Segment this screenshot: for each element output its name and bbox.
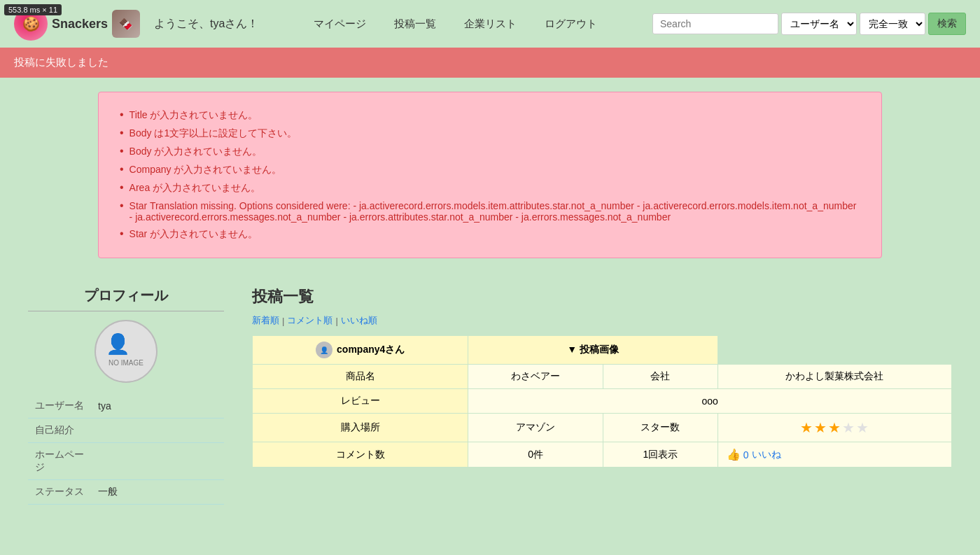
- error-item: Company が入力されていません。: [120, 161, 860, 179]
- star-4: ★: [842, 419, 855, 436]
- company-avatar: 👤: [316, 342, 332, 358]
- header: 🍪 Snackers 🍫 ようこそ、tyaさん！ マイページ 投稿一覧 企業リス…: [0, 0, 980, 48]
- logo-icon-right: 🍫: [112, 10, 140, 38]
- table-header-row: 👤 company4さん ▼ 投稿画像: [253, 336, 952, 365]
- profile-value-homepage: [91, 443, 224, 480]
- error-banner-text: 投稿に失敗しました: [14, 56, 108, 68]
- row-label-product: 商品名: [253, 365, 468, 389]
- posts-panel: 投稿一覧 新着順 | コメント順 | いいね順 👤 company4さん ▼: [238, 279, 966, 512]
- row-view-count: 1回表示: [603, 442, 718, 468]
- row-like-area: 👍 0 いいね: [718, 442, 951, 468]
- row-stars-label: スター数: [603, 414, 718, 442]
- profile-label-homepage: ホームページ: [28, 443, 91, 480]
- profile-label-bio: 自己紹介: [28, 419, 91, 443]
- table-row-product: 商品名 わさベアー 会社 かわよし製菓株式会社: [253, 365, 952, 389]
- table-row-purchase: 購入場所 アマゾン スター数 ★ ★ ★ ★ ★: [253, 414, 952, 442]
- error-list: Title が入力されていません。 Body は1文字以上に設定して下さい。 B…: [120, 106, 860, 244]
- profile-label-username: ユーザー名: [28, 394, 91, 419]
- search-category-select[interactable]: ユーザー名 商品名 会社名: [781, 13, 857, 35]
- profile-value-username: tya: [91, 394, 224, 419]
- profile-label-status: ステータス: [28, 480, 91, 505]
- like-container: 👍 0 いいね: [727, 448, 943, 461]
- avatar: 👤 NO IMAGE: [94, 320, 158, 383]
- stars-container: ★ ★ ★ ★ ★: [727, 419, 943, 436]
- profile-row-bio: 自己紹介: [28, 419, 224, 443]
- row-company-label: 会社: [603, 365, 718, 389]
- search-match-select[interactable]: 完全一致 前方一致 部分一致: [860, 13, 925, 35]
- nav-posts[interactable]: 投稿一覧: [394, 17, 436, 31]
- table-row-review: レビュー ooo: [253, 389, 952, 414]
- table-header-image: ▼ 投稿画像: [468, 336, 718, 365]
- sort-links: 新着順 | コメント順 | いいね順: [252, 314, 952, 327]
- sort-newest[interactable]: 新着順: [252, 314, 279, 327]
- table-row-comments: コメント数 0件 1回表示 👍 0 いいね: [253, 442, 952, 468]
- nav-companies[interactable]: 企業リスト: [464, 17, 517, 31]
- row-stars-value: ★ ★ ★ ★ ★: [718, 414, 951, 442]
- welcome-text: ようこそ、tyaさん！: [154, 17, 258, 31]
- error-item: Star が入力されていません。: [120, 225, 860, 244]
- logo-text: Snackers: [52, 17, 108, 31]
- profile-row-status: ステータス 一般: [28, 480, 224, 505]
- error-item: Star Translation missing. Options consid…: [120, 197, 860, 225]
- header-image-label: 投稿画像: [580, 344, 619, 355]
- search-button[interactable]: 検索: [928, 13, 966, 35]
- star-5: ★: [856, 419, 869, 436]
- star-2: ★: [814, 419, 827, 436]
- nav-mypage[interactable]: マイページ: [314, 17, 366, 31]
- profile-panel: プロフィール 👤 NO IMAGE ユーザー名 tya 自己紹介 ホームページ: [14, 279, 238, 512]
- company-name: company4さん: [337, 344, 405, 356]
- profile-value-status: 一般: [91, 480, 224, 505]
- search-area: ユーザー名 商品名 会社名 完全一致 前方一致 部分一致 検索: [652, 13, 966, 35]
- error-box: Title が入力されていません。 Body は1文字以上に設定して下さい。 B…: [98, 92, 882, 258]
- error-item: Title が入力されていません。: [120, 106, 860, 125]
- like-icon: 👍: [727, 448, 741, 461]
- row-label-purchase: 購入場所: [253, 414, 468, 442]
- error-item: Area が入力されていません。: [120, 179, 860, 197]
- star-3: ★: [828, 419, 841, 436]
- sort-likes[interactable]: いいね順: [341, 314, 377, 327]
- row-label-comments: コメント数: [253, 442, 468, 468]
- star-1: ★: [800, 419, 813, 436]
- row-comment-count: 0件: [468, 442, 603, 468]
- posts-title: 投稿一覧: [252, 286, 952, 307]
- profile-row-homepage: ホームページ: [28, 443, 224, 480]
- row-company-value: かわよし製菓株式会社: [718, 365, 951, 389]
- table-header-user: 👤 company4さん: [253, 336, 468, 365]
- error-item: Body は1文字以上に設定して下さい。: [120, 125, 860, 143]
- profile-value-bio: [91, 419, 224, 443]
- row-label-review: レビュー: [253, 389, 468, 414]
- no-image-label: 👤 NO IMAGE: [106, 332, 146, 370]
- error-item: Body が入力されていません。: [120, 143, 860, 161]
- main-content: プロフィール 👤 NO IMAGE ユーザー名 tya 自己紹介 ホームページ: [0, 279, 980, 512]
- profile-row-username: ユーザー名 tya: [28, 394, 224, 419]
- error-banner: 投稿に失敗しました: [0, 48, 980, 78]
- search-input[interactable]: [652, 13, 778, 34]
- sort-comments[interactable]: コメント順: [287, 314, 332, 327]
- like-label: いいね: [752, 449, 781, 461]
- row-purchase-value: アマゾン: [468, 414, 603, 442]
- debug-badge: 553.8 ms × 11: [4, 4, 62, 15]
- row-product-name: わさベアー: [468, 365, 603, 389]
- profile-table: ユーザー名 tya 自己紹介 ホームページ ステータス 一般: [28, 394, 224, 505]
- header-image-arrow: ▼: [567, 344, 577, 355]
- posts-table: 👤 company4さん ▼ 投稿画像 商品名 わさベアー 会社 か: [252, 335, 952, 468]
- row-review-value: ooo: [468, 389, 952, 414]
- nav-logout[interactable]: ログアウト: [545, 17, 597, 31]
- profile-title: プロフィール: [28, 286, 224, 311]
- nav-links: マイページ 投稿一覧 企業リスト ログアウト: [314, 17, 597, 31]
- like-count: 0: [743, 449, 749, 461]
